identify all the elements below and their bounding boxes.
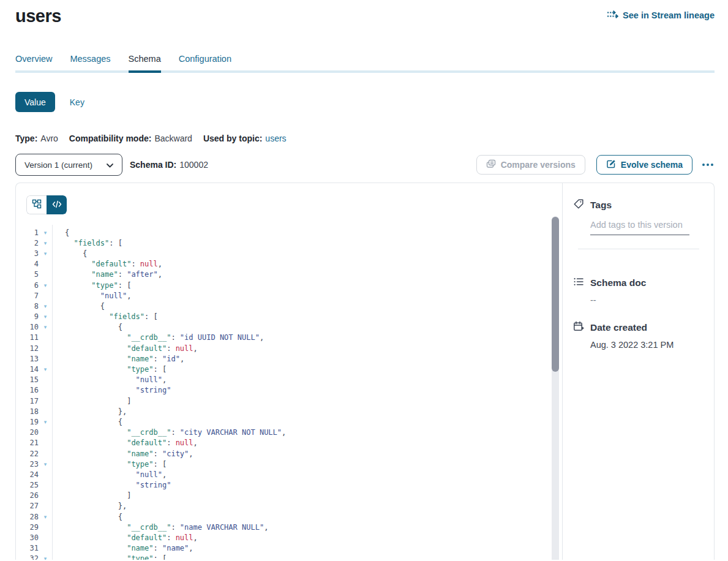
code-text: ] <box>52 491 131 500</box>
line-number: 31 <box>16 544 39 552</box>
topic-label: Used by topic: <box>203 134 262 143</box>
line-number: 20 <box>16 428 39 437</box>
version-select[interactable]: Version 1 (current) <box>15 154 122 176</box>
fold-toggle-icon[interactable]: ▾ <box>39 366 52 372</box>
code-line: 5 "name": "after", <box>16 269 562 280</box>
code-text: "default": null, <box>52 533 198 542</box>
editor-view-toggle <box>26 195 67 214</box>
code-text: "fields": [ <box>52 239 122 247</box>
code-text: "type": [ <box>52 365 167 374</box>
editor-scrollbar-track[interactable] <box>552 216 559 560</box>
code-line: 21 "default": null, <box>16 438 562 448</box>
schema-sidebar: Tags Schema doc -- <box>563 183 714 560</box>
tab-overview[interactable]: Overview <box>15 54 52 73</box>
code-text: "type": [ <box>52 281 131 290</box>
line-number: 2 <box>16 239 39 247</box>
topic-link[interactable]: users <box>265 134 286 143</box>
line-number: 11 <box>16 333 39 342</box>
fold-toggle-icon[interactable]: ▾ <box>39 282 52 288</box>
tab-schema[interactable]: Schema <box>129 54 161 73</box>
fold-toggle-icon[interactable]: ▾ <box>39 461 52 467</box>
fold-toggle-icon[interactable]: ▾ <box>39 314 52 320</box>
line-number: 30 <box>16 533 39 542</box>
version-select-value: Version 1 (current) <box>24 160 92 170</box>
code-line: 30 "default": null, <box>16 532 562 543</box>
code-text: { <box>52 323 122 331</box>
line-number: 7 <box>16 292 39 300</box>
line-number: 8 <box>16 302 39 311</box>
date-created-heading-label: Date created <box>590 323 647 333</box>
line-number: 14 <box>16 365 39 374</box>
see-in-stream-lineage-link[interactable]: See in Stream lineage <box>607 10 715 21</box>
code-text: { <box>52 249 87 258</box>
code-line: 2▾ "fields": [ <box>16 238 562 248</box>
schema-doc-heading: Schema doc <box>573 276 704 289</box>
schema-type: Type: Avro <box>15 134 58 143</box>
fold-toggle-icon[interactable]: ▾ <box>39 514 52 520</box>
code-line: 6▾ "type": [ <box>16 280 562 290</box>
fold-toggle-icon[interactable]: ▾ <box>39 555 52 560</box>
compare-versions-icon <box>486 159 496 171</box>
fold-toggle-icon[interactable]: ▾ <box>39 303 52 309</box>
key-toggle-button[interactable]: Key <box>70 97 84 107</box>
code-text: "string" <box>52 386 171 394</box>
line-number: 13 <box>16 355 39 363</box>
tab-configuration[interactable]: Configuration <box>179 54 231 73</box>
tree-view-button[interactable] <box>26 195 47 214</box>
line-number: 26 <box>16 491 39 500</box>
code-text: "default": null, <box>52 260 162 268</box>
code-line: 27 }, <box>16 501 562 511</box>
evolve-schema-button[interactable]: Evolve schema <box>596 155 692 175</box>
code-text: "default": null, <box>52 439 198 447</box>
line-number: 19 <box>16 418 39 426</box>
fold-toggle-icon[interactable]: ▾ <box>39 230 52 236</box>
editor-scrollbar-thumb[interactable] <box>552 217 559 372</box>
code-text: "string" <box>52 481 171 489</box>
code-line: 11 "__crdb__": "id UUID NOT NULL", <box>16 333 562 343</box>
schema-editor: 1▾{2▾ "fields": [3▾ {4 "default": null,5… <box>16 183 563 560</box>
code-line: 13 "name": "id", <box>16 353 562 364</box>
code-line: 22 "name": "city", <box>16 448 562 459</box>
add-tags-input[interactable] <box>590 220 689 235</box>
chevron-down-icon <box>107 160 113 170</box>
fold-toggle-icon[interactable]: ▾ <box>39 324 52 330</box>
line-number: 18 <box>16 407 39 416</box>
code-text: }, <box>52 407 127 416</box>
evolve-schema-label: Evolve schema <box>621 160 683 170</box>
fold-toggle-icon[interactable]: ▾ <box>39 250 52 257</box>
code-text: "type": [ <box>52 460 167 469</box>
fold-toggle-icon[interactable]: ▾ <box>39 419 52 425</box>
code-line: 9▾ "fields": [ <box>16 312 562 322</box>
code-line: 14▾ "type": [ <box>16 364 562 374</box>
value-toggle-button[interactable]: Value <box>15 92 55 112</box>
tag-icon <box>573 198 584 211</box>
line-number: 17 <box>16 397 39 405</box>
code-view-button[interactable] <box>47 195 67 214</box>
line-number: 6 <box>16 281 39 290</box>
date-created-value: Aug. 3 2022 3:21 PM <box>590 340 704 350</box>
line-number: 3 <box>16 249 39 258</box>
code-text: { <box>52 302 105 311</box>
fold-toggle-icon[interactable]: ▾ <box>39 240 52 246</box>
compare-versions-button[interactable]: Compare versions <box>476 155 585 175</box>
more-options-button[interactable] <box>701 160 715 170</box>
code-line: 28▾ { <box>16 511 562 522</box>
code-line: 19▾ { <box>16 416 562 427</box>
type-value: Avro <box>40 134 58 143</box>
type-label: Type: <box>15 134 37 143</box>
ellipsis-icon <box>702 164 705 166</box>
code-text: { <box>52 418 122 426</box>
tags-heading-label: Tags <box>590 200 612 210</box>
line-number: 15 <box>16 375 39 384</box>
line-number: 28 <box>16 513 39 521</box>
tags-section-heading: Tags <box>573 198 704 211</box>
schema-meta-row: Type: Avro Compatibility mode: Backward … <box>15 134 728 143</box>
code-text: "name": "city", <box>52 450 193 458</box>
stream-lineage-icon <box>607 10 618 21</box>
tab-messages[interactable]: Messages <box>70 54 110 73</box>
line-number: 4 <box>16 260 39 268</box>
calendar-icon <box>573 321 584 334</box>
code-line: 24 "null", <box>16 469 562 480</box>
code-text: "null", <box>52 375 167 384</box>
code-line: 3▾ { <box>16 248 562 258</box>
